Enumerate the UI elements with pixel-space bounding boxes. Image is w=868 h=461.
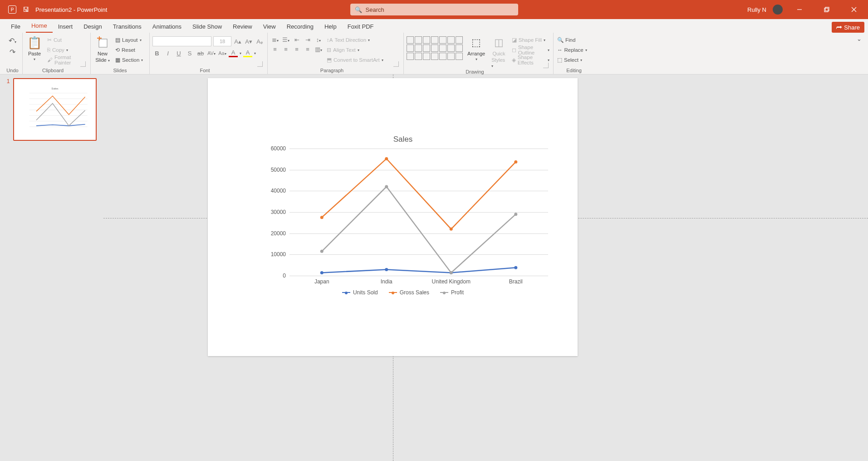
scissors-icon: ✂ — [47, 37, 52, 43]
group-label-font: Font — [152, 68, 257, 74]
decrease-indent-button[interactable]: ⇤ — [292, 36, 301, 43]
ribbon: ↶▾ ↷ Undo 📋 Paste ▾ ✂Cut ⎘Copy▾ 🖌Format … — [0, 33, 868, 74]
increase-indent-button[interactable]: ⇥ — [303, 36, 312, 43]
font-dialog-launcher[interactable] — [257, 61, 263, 67]
paragraph-dialog-launcher[interactable] — [393, 61, 399, 67]
app-name-suffix: - PowerPoint — [72, 6, 107, 13]
increase-font-icon[interactable]: A▴ — [233, 38, 242, 45]
slide-canvas-area[interactable]: Sales 0100002000030000400005000060000Jap… — [103, 74, 868, 461]
bullets-button[interactable]: ≣▾ — [270, 36, 280, 43]
decrease-font-icon[interactable]: A▾ — [244, 38, 253, 45]
share-button[interactable]: ⮫Share — [832, 22, 864, 33]
char-spacing-button[interactable]: AV▾ — [207, 50, 216, 56]
tab-view[interactable]: View — [258, 20, 281, 33]
quick-styles-icon: ◫ — [494, 37, 504, 49]
x-tick-label: Brazil — [509, 278, 523, 285]
y-tick-label: 30000 — [271, 209, 286, 215]
quick-styles-button[interactable]: ◫ Quick Styles ▾ — [490, 35, 508, 69]
x-tick-label: India — [381, 278, 392, 285]
new-slide-button[interactable]: New Slide ▾ — [93, 35, 112, 64]
italic-button[interactable]: I — [163, 50, 172, 57]
convert-smartart-button[interactable]: ⬒Convert to SmartArt▾ — [326, 55, 384, 64]
slide-thumbnails-panel: 1 Sales — [0, 74, 103, 461]
font-size-combo[interactable]: 18 — [213, 36, 231, 46]
replace-button[interactable]: ↔Replace▾ — [556, 45, 588, 55]
arrange-button[interactable]: ⬚ Arrange▾ — [466, 35, 487, 62]
undo-button[interactable]: ↶▾ — [9, 36, 16, 45]
powerpoint-app-icon: P — [8, 5, 16, 14]
underline-button[interactable]: U — [174, 50, 183, 57]
cut-button[interactable]: ✂Cut — [46, 35, 88, 45]
numbering-button[interactable]: ☰▾ — [281, 36, 290, 43]
drawing-dialog-launcher[interactable] — [543, 63, 549, 68]
align-center-button[interactable]: ≡ — [281, 46, 290, 53]
highlight-button[interactable]: A — [243, 49, 252, 57]
shape-fill-button[interactable]: ◪Shape Fill▾ — [511, 35, 550, 45]
find-button[interactable]: 🔍Find — [556, 35, 588, 45]
align-text-button[interactable]: ⊟Align Text▾ — [326, 45, 384, 55]
select-icon: ⬚ — [557, 57, 562, 63]
shape-outline-button[interactable]: ◻Shape Outline▾ — [511, 45, 550, 55]
tab-file[interactable]: File — [5, 20, 26, 33]
chart-object[interactable]: Sales 0100002000030000400005000060000Jap… — [253, 135, 553, 303]
align-left-button[interactable]: ≡ — [270, 46, 280, 53]
svg-rect-5 — [99, 39, 107, 47]
svg-point-21 — [385, 157, 388, 160]
slide-thumbnail-1[interactable]: Sales — [13, 78, 97, 141]
change-case-button[interactable]: Aa▾ — [218, 50, 227, 56]
document-title: Presentation2 — [35, 6, 72, 13]
shapes-gallery[interactable] — [407, 36, 463, 60]
search-box[interactable]: 🔍 Search — [350, 4, 518, 15]
x-tick-label: Japan — [314, 278, 329, 285]
tab-foxit[interactable]: Foxit PDF — [342, 20, 379, 33]
bold-button[interactable]: B — [152, 50, 162, 57]
text-direction-button[interactable]: ↕AText Direction▾ — [326, 35, 384, 45]
tab-review[interactable]: Review — [227, 20, 258, 33]
collapse-ribbon-button[interactable]: ⌄ — [850, 33, 868, 74]
layout-button[interactable]: ▤Layout▾ — [114, 35, 144, 45]
window-minimize-button[interactable] — [789, 0, 810, 19]
clipboard-dialog-launcher[interactable] — [80, 61, 86, 67]
tab-design[interactable]: Design — [78, 20, 107, 33]
window-close-button[interactable] — [843, 0, 864, 19]
clear-formatting-icon[interactable]: Aᵩ — [255, 38, 264, 45]
paste-label: Paste — [28, 51, 41, 56]
svg-point-23 — [514, 160, 517, 164]
line-spacing-button[interactable]: ↕▾ — [314, 36, 323, 43]
tab-transitions[interactable]: Transitions — [108, 20, 147, 33]
tab-animations[interactable]: Animations — [147, 20, 187, 33]
thumbnail-index: 1 — [7, 78, 10, 141]
section-button[interactable]: ▦Section▾ — [114, 55, 144, 64]
tab-insert[interactable]: Insert — [53, 20, 78, 33]
window-restore-button[interactable] — [816, 0, 837, 19]
effects-icon: ◈ — [512, 57, 516, 63]
legend-item: Gross Sales — [389, 289, 429, 296]
tab-slideshow[interactable]: Slide Show — [187, 20, 227, 33]
strike-button[interactable]: ab — [196, 50, 205, 57]
select-button[interactable]: ⬚Select▾ — [556, 55, 588, 64]
reset-button[interactable]: ⟲Reset — [114, 45, 144, 55]
font-color-button[interactable]: A — [229, 49, 238, 57]
group-label-clipboard: Clipboard — [25, 68, 80, 74]
copy-button[interactable]: ⎘Copy▾ — [46, 45, 88, 55]
align-right-button[interactable]: ≡ — [292, 46, 301, 53]
redo-button[interactable]: ↷ — [10, 48, 15, 56]
save-icon[interactable]: 🖫 — [23, 6, 29, 13]
shadow-button[interactable]: S — [185, 50, 194, 57]
user-name: Rully N — [747, 6, 766, 13]
tab-recording[interactable]: Recording — [281, 20, 319, 33]
columns-button[interactable]: ▥▾ — [314, 46, 323, 53]
user-avatar[interactable] — [773, 5, 783, 15]
slide[interactable]: Sales 0100002000030000400005000060000Jap… — [208, 78, 578, 356]
font-name-combo[interactable] — [152, 36, 211, 46]
tab-home[interactable]: Home — [26, 20, 53, 33]
workspace: 1 Sales Sales 01000 — [0, 74, 868, 461]
search-icon: 🔍 — [355, 6, 362, 13]
paste-button[interactable]: 📋 Paste ▾ — [25, 35, 44, 62]
legend-item: Profit — [440, 289, 464, 296]
svg-point-24 — [320, 250, 324, 253]
chevron-down-icon: ▾ — [34, 57, 35, 61]
tab-help[interactable]: Help — [319, 20, 342, 33]
justify-button[interactable]: ≡ — [303, 46, 312, 53]
y-tick-label: 0 — [283, 273, 286, 279]
